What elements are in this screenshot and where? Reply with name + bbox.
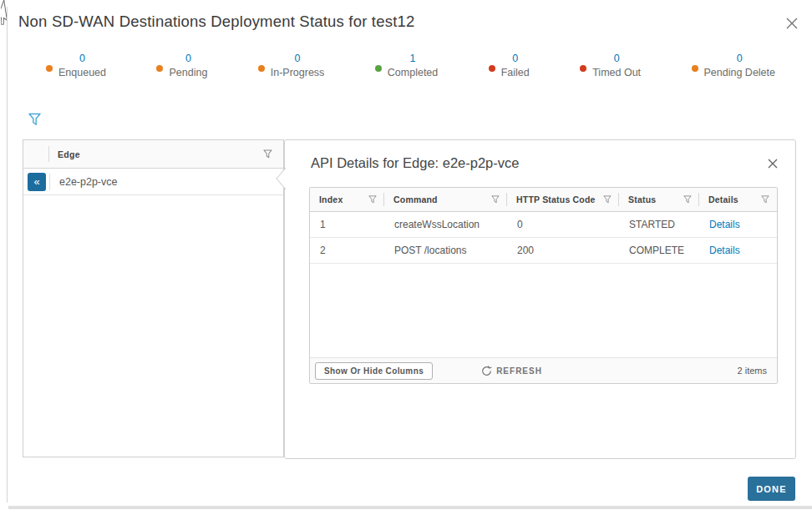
column-label: Index — [319, 194, 343, 204]
dialog-left-border — [7, 7, 8, 502]
column-header-http-status-code[interactable]: HTTP Status Code — [507, 188, 619, 211]
filter-funnel-icon[interactable] — [603, 195, 612, 204]
filter-funnel-icon[interactable] — [368, 195, 377, 204]
dialog-bottom-edge — [8, 506, 812, 509]
status-label: Completed — [388, 67, 438, 78]
filter-funnel-icon[interactable] — [28, 113, 41, 126]
status-dot-icon — [46, 65, 53, 72]
column-header-status[interactable]: Status — [619, 188, 699, 211]
column-header-command[interactable]: Command — [384, 188, 507, 211]
column-label: Details — [708, 194, 738, 204]
table-row: 1 createWssLocation 0 STARTED Details — [310, 212, 777, 238]
status-dot-icon — [156, 65, 163, 72]
column-label: HTTP Status Code — [516, 194, 596, 204]
column-header-details[interactable]: Details — [699, 188, 777, 211]
status-dot-icon — [375, 65, 382, 72]
edge-name: e2e-p2p-vce — [50, 176, 118, 188]
status-completed: 1 Completed — [375, 53, 438, 78]
status-dot-icon — [580, 65, 586, 72]
cell-status: COMPLETE — [619, 238, 699, 263]
refresh-button[interactable]: REFRESH — [481, 366, 542, 376]
table-row: 2 POST /locations 200 COMPLETE Details — [310, 238, 777, 264]
status-count: 0 — [592, 53, 641, 64]
status-enqueued: 0 Enqueued — [46, 53, 106, 78]
filter-funnel-icon[interactable] — [761, 195, 769, 204]
edge-column-header[interactable]: Edge — [49, 149, 283, 159]
api-details-table: Index Command HTTP Status Code Status De… — [309, 187, 778, 384]
status-count: 0 — [169, 53, 207, 64]
status-label: Timed Out — [592, 67, 641, 78]
edge-row[interactable]: « e2e-p2p-vce — [23, 169, 283, 195]
show-hide-columns-button[interactable]: Show Or Hide Columns — [315, 362, 433, 380]
detail-pane-title: API Details for Edge: e2e-p2p-vce — [311, 155, 519, 171]
details-link[interactable]: Details — [709, 245, 740, 256]
column-label: Status — [628, 194, 656, 204]
api-table-footer: Show Or Hide Columns REFRESH 2 items — [310, 357, 777, 383]
status-label: Enqueued — [58, 67, 106, 78]
edge-datagrid: Edge « e2e-p2p-vce — [23, 139, 284, 457]
cell-command: POST /locations — [384, 238, 507, 263]
status-pending-delete: 0 Pending Delete — [692, 53, 775, 78]
status-count: 1 — [388, 53, 438, 64]
edge-grid-corner-cell — [23, 140, 49, 168]
column-header-index[interactable]: Index — [310, 188, 384, 211]
refresh-icon — [481, 366, 492, 376]
table-empty-space — [310, 264, 777, 357]
status-count: 0 — [501, 53, 530, 64]
cell-http-status-code: 200 — [507, 238, 619, 263]
column-label: Command — [393, 194, 438, 204]
status-failed: 0 Failed — [489, 53, 530, 78]
filter-funnel-icon[interactable] — [491, 195, 500, 204]
done-button[interactable]: DONE — [748, 477, 795, 501]
status-label: Failed — [501, 67, 530, 78]
cell-index: 2 — [310, 238, 384, 263]
close-icon[interactable] — [784, 16, 799, 31]
cell-status: STARTED — [619, 212, 699, 237]
api-table-header: Index Command HTTP Status Code Status De… — [310, 188, 777, 212]
cell-index: 1 — [310, 212, 384, 237]
detail-pane-caret-icon — [275, 167, 287, 190]
collapse-detail-button[interactable]: « — [28, 173, 46, 191]
status-label: Pending Delete — [704, 67, 775, 78]
status-label: In-Progress — [271, 67, 325, 78]
cell-command: createWssLocation — [384, 212, 507, 237]
cell-http-status-code: 0 — [507, 212, 619, 237]
status-dot-icon — [489, 65, 495, 72]
status-dot-icon — [692, 65, 698, 72]
status-summary: 0 Enqueued 0 Pending 0 In-Progress 1 Com… — [46, 53, 775, 78]
detail-pane-close-icon[interactable] — [766, 157, 779, 170]
items-count: 2 items — [738, 366, 767, 376]
status-pending: 0 Pending — [156, 53, 207, 78]
edge-grid-header: Edge — [23, 140, 283, 169]
status-in-progress: 0 In-Progress — [258, 53, 325, 78]
status-dot-icon — [258, 65, 265, 72]
mouse-cursor — [1, 0, 19, 25]
status-label: Pending — [169, 67, 207, 78]
status-count: 0 — [704, 53, 775, 64]
refresh-label: REFRESH — [496, 366, 542, 376]
status-timed-out: 0 Timed Out — [580, 53, 641, 78]
status-count: 0 — [58, 53, 106, 64]
status-count: 0 — [271, 53, 325, 64]
dialog-title: Non SD-WAN Destinations Deployment Statu… — [18, 13, 414, 31]
filter-funnel-icon[interactable] — [683, 195, 692, 204]
filter-funnel-icon[interactable] — [263, 149, 272, 159]
details-link[interactable]: Details — [709, 219, 740, 230]
